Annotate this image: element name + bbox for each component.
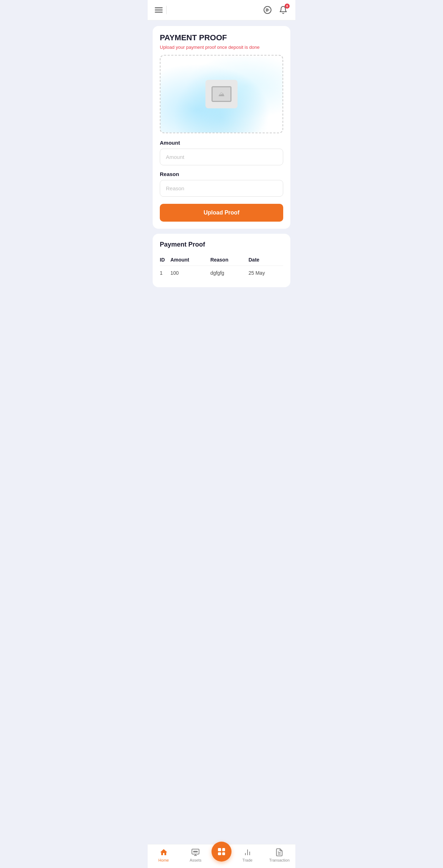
header-divider [166,6,167,14]
chat-button[interactable] [263,5,273,15]
main-content: PAYMENT PROOF Upload your payment proof … [148,20,295,328]
row-amount: 100 [170,266,210,280]
table-card-title: Payment Proof [160,241,283,248]
col-reason: Reason [210,254,249,266]
card-title: PAYMENT PROOF [160,33,283,42]
notification-button[interactable]: 0 [278,5,288,15]
upload-area[interactable] [160,55,283,133]
amount-label: Amount [160,140,283,146]
col-id: ID [160,254,170,266]
row-id: 1 [160,266,170,280]
payment-proof-table-card: Payment Proof ID Amount Reason Date 1 10… [153,234,290,287]
col-date: Date [249,254,283,266]
payment-proof-upload-card: PAYMENT PROOF Upload your payment proof … [153,26,290,229]
header-left [155,6,167,14]
chat-icon [263,6,272,14]
image-placeholder-icon [205,80,238,108]
row-date: 25 May [249,266,283,280]
reason-label: Reason [160,171,283,177]
row-reason: dgfgfg [210,266,249,280]
menu-button[interactable] [155,7,163,12]
proof-table: ID Amount Reason Date 1 100 dgfgfg 25 Ma… [160,254,283,280]
amount-input[interactable] [160,149,283,165]
notification-badge: 0 [285,4,290,9]
app-header: 0 [148,0,295,20]
reason-input[interactable] [160,180,283,197]
upload-proof-button[interactable]: Upload Proof [160,204,283,222]
col-amount: Amount [170,254,210,266]
table-row: 1 100 dgfgfg 25 May [160,266,283,280]
card-subtitle: Upload your payment proof once deposit i… [160,45,283,50]
header-right: 0 [263,5,288,15]
